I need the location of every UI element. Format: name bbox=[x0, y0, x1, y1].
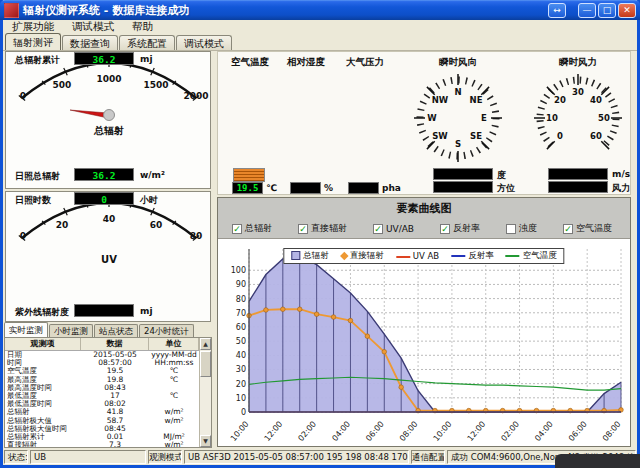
menu-item[interactable]: 帮助 bbox=[123, 20, 162, 34]
field-row: 日照总辐射 36.2 w/m² bbox=[6, 168, 212, 182]
svg-text:50: 50 bbox=[236, 337, 246, 346]
svg-text:10:00: 10:00 bbox=[432, 420, 454, 443]
compass-label-e: E bbox=[474, 113, 494, 123]
table-row[interactable]: 时间 08:57:00 HH:mm:ss bbox=[5, 359, 211, 367]
gauge-tick-label: 40 bbox=[94, 214, 124, 224]
air-temp-header: 空气温度 bbox=[220, 56, 280, 69]
legend-label: 直接辐射 bbox=[350, 250, 384, 260]
svg-text:12:00: 12:00 bbox=[263, 420, 285, 443]
series-checkbox[interactable]: 直接辐射 bbox=[298, 222, 347, 235]
table-row[interactable]: 日期 2015-05-05 yyyy-MM-dd bbox=[5, 351, 211, 359]
maximize-icon[interactable]: □ bbox=[598, 3, 616, 18]
speed-tick-40: 40 bbox=[586, 95, 606, 105]
series-checkbox[interactable]: 浊度 bbox=[506, 222, 537, 235]
checkbox-label: 总辐射 bbox=[245, 222, 272, 235]
data-table: 观测项 数据 单位 日期 2015-05-05 yyyy-MM-dd 时间 08… bbox=[4, 337, 212, 448]
minimize-icon[interactable]: — bbox=[578, 3, 596, 18]
speed-tick-20: 20 bbox=[550, 95, 570, 105]
legend-item: 空气温度 bbox=[506, 250, 557, 262]
table-row[interactable]: 最低温度 17 ℃ bbox=[5, 392, 211, 400]
gauge-tick-label: 0 bbox=[8, 91, 38, 101]
column-header: 观测项 bbox=[5, 338, 81, 350]
table-row[interactable]: 总辐射极大值 58.7 w/m² bbox=[5, 417, 211, 425]
legend-swatch-icon bbox=[291, 251, 300, 260]
checkbox-icon[interactable] bbox=[373, 224, 383, 234]
table-row[interactable]: 总辐射 41.8 w/m² bbox=[5, 408, 211, 416]
field-label: 日照时数 bbox=[15, 194, 51, 207]
table-row[interactable]: 总辐射累计 0.01 MJ/m² bbox=[5, 433, 211, 441]
legend-swatch-icon bbox=[506, 255, 520, 257]
wind-bearing-unit: 方位 bbox=[497, 182, 515, 195]
series-checkbox[interactable]: 空气温度 bbox=[563, 222, 612, 235]
status-segment: UB bbox=[30, 450, 146, 464]
field-unit: mj bbox=[140, 54, 152, 64]
checkbox-icon[interactable] bbox=[506, 224, 516, 234]
temperature-display: 19.5 bbox=[232, 182, 263, 194]
menu-item[interactable]: 扩展功能 bbox=[3, 20, 63, 34]
legend-label: 反射率 bbox=[468, 250, 494, 260]
compass-label-ne: NE bbox=[466, 95, 486, 105]
table-row[interactable]: 空气温度 19.5 ℃ bbox=[5, 367, 211, 375]
table-row[interactable]: 最高温度时间 08:43 bbox=[5, 384, 211, 392]
humidity-unit: % bbox=[324, 183, 333, 193]
humidity-display bbox=[290, 182, 321, 194]
svg-text:30: 30 bbox=[236, 365, 246, 374]
svg-text:12:00: 12:00 bbox=[466, 420, 488, 443]
compass-label-sw: SW bbox=[430, 131, 450, 141]
main-tab[interactable]: 系统配置 bbox=[119, 35, 175, 51]
pressure-unit: pha bbox=[382, 183, 401, 193]
monitor-tab[interactable]: 实时监测 bbox=[4, 322, 48, 337]
table-scrollbar[interactable]: ▲ ▼ bbox=[199, 338, 211, 447]
scroll-thumb[interactable] bbox=[200, 351, 211, 377]
checkbox-icon[interactable] bbox=[232, 224, 242, 234]
compass-label-w: W bbox=[422, 113, 442, 123]
column-header: 单位 bbox=[149, 338, 199, 350]
speed-tick-50: 50 bbox=[594, 113, 614, 123]
table-row[interactable]: 直接辐射 7.3 w/m² bbox=[5, 441, 211, 447]
svg-text:40: 40 bbox=[236, 351, 246, 360]
legend-item: UV AB bbox=[396, 251, 439, 261]
svg-text:08:00: 08:00 bbox=[601, 420, 623, 443]
gauge-title: UV bbox=[6, 254, 212, 265]
svg-text:10:00: 10:00 bbox=[229, 420, 251, 443]
legend-label: 空气温度 bbox=[523, 250, 557, 260]
table-row[interactable]: 最高温度 19.8 ℃ bbox=[5, 376, 211, 384]
scroll-down-icon[interactable]: ▼ bbox=[200, 435, 211, 447]
thermometer-bars bbox=[233, 168, 265, 182]
series-checkbox[interactable]: 总辐射 bbox=[232, 222, 272, 235]
curve-panel: 要素曲线图 总辐射 直接辐射 UV/AB bbox=[217, 197, 631, 447]
curve-panel-title: 要素曲线图 bbox=[218, 198, 630, 216]
main-tab[interactable]: 辐射测评 bbox=[5, 33, 61, 51]
wind-force-unit: 风力 bbox=[612, 182, 630, 195]
svg-text:0: 0 bbox=[241, 408, 246, 417]
wind-direction-title: 瞬时风向 bbox=[423, 56, 493, 69]
monitor-tab[interactable]: 站点状态 bbox=[94, 324, 138, 337]
table-row[interactable]: 最低温度时间 08:02 bbox=[5, 400, 211, 408]
checkbox-icon[interactable] bbox=[298, 224, 308, 234]
pressure-display bbox=[348, 182, 379, 194]
scroll-up-icon[interactable]: ▲ bbox=[200, 338, 211, 350]
table-row[interactable]: 总辐射极大值时间 08:45 bbox=[5, 425, 211, 433]
legend-swatch-icon bbox=[340, 251, 348, 259]
main-tab[interactable]: 调试模式 bbox=[176, 35, 232, 51]
gauge-tick-label: 60 bbox=[141, 220, 171, 230]
monitor-tab-bar: 实时监测小时监测站点状态24小时统计 bbox=[4, 323, 212, 337]
main-tab[interactable]: 数据查询 bbox=[62, 35, 118, 51]
app-icon bbox=[4, 3, 19, 18]
series-checkbox[interactable]: UV/AB bbox=[373, 222, 414, 235]
compass-label-n: N bbox=[448, 87, 468, 97]
svg-text:08:00: 08:00 bbox=[398, 420, 420, 443]
menu-item[interactable]: 调试模式 bbox=[63, 20, 123, 34]
checkbox-icon[interactable] bbox=[440, 224, 450, 234]
checkbox-label: UV/AB bbox=[386, 224, 414, 234]
series-checkbox[interactable]: 反射率 bbox=[440, 222, 480, 235]
status-segment: UB ASF3D 2015-05-05 08:57:00 195 198 08:… bbox=[184, 450, 409, 464]
close-icon[interactable]: ✕ bbox=[618, 3, 636, 18]
gauge-tick-label: 20 bbox=[47, 220, 77, 230]
legend-swatch-icon bbox=[451, 255, 465, 257]
monitor-tab[interactable]: 小时监测 bbox=[49, 324, 93, 337]
restore-icon[interactable]: ↔ bbox=[548, 3, 566, 18]
wind-degree-display bbox=[433, 168, 493, 180]
monitor-tab[interactable]: 24小时统计 bbox=[139, 324, 194, 337]
checkbox-icon[interactable] bbox=[563, 224, 573, 234]
